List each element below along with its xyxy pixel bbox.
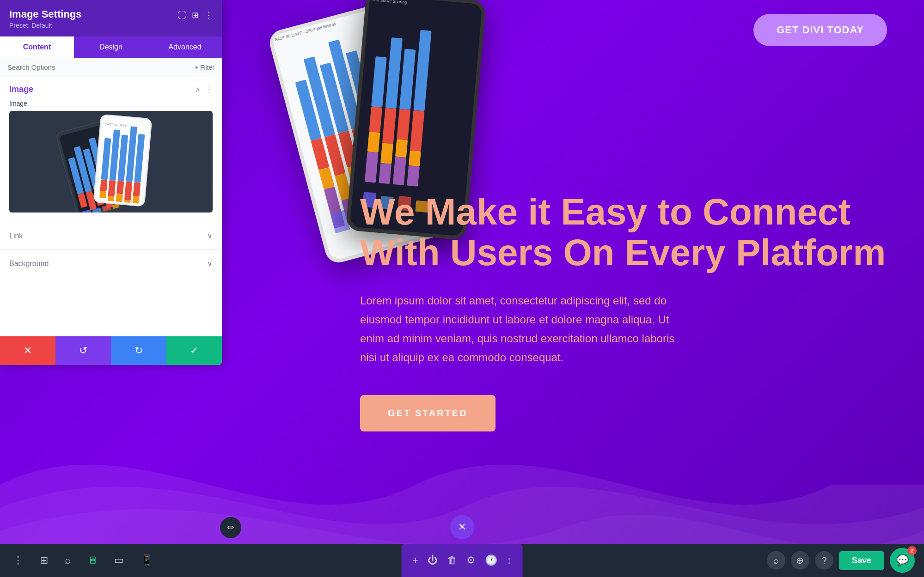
center-add-icon[interactable]: + <box>409 551 422 570</box>
svg-rect-70 <box>116 181 124 194</box>
panel-preset[interactable]: Preset: Default <box>9 22 81 29</box>
undo-button[interactable]: ↺ <box>55 336 111 365</box>
main-canvas: PAST 30 DAYS - 230 Total Shares <box>0 0 924 577</box>
help-icon[interactable]: ? <box>815 551 833 570</box>
circle-close-button[interactable]: ✕ <box>450 515 474 539</box>
panel-search: + Filter <box>0 58 222 77</box>
right-content: GET DIVI TODAY We Make it Easy to Connec… <box>323 0 924 577</box>
toolbar-grid-icon[interactable]: ⊞ <box>36 551 52 570</box>
background-label: Background <box>9 260 49 268</box>
panel-actions: ✕ ↺ ↻ ✓ <box>0 336 222 365</box>
panel-header: Image Settings Preset: Default ⛶ ⊞ ⋮ <box>0 0 222 36</box>
more-options-icon[interactable]: ⋮ <box>204 10 213 20</box>
background-chevron-icon: ∨ <box>207 259 213 268</box>
collapse-icon[interactable]: ∧ <box>195 85 201 94</box>
panel-tabs: Content Design Advanced <box>0 36 222 58</box>
svg-rect-76 <box>133 182 141 197</box>
center-trash-icon[interactable]: 🗑 <box>443 551 461 570</box>
svg-rect-77 <box>132 196 139 203</box>
image-field-label: Image <box>0 100 222 111</box>
center-sort-icon[interactable]: ↕ <box>503 551 515 570</box>
panel-header-icons: ⛶ ⊞ ⋮ <box>178 10 213 20</box>
main-heading: We Make it Easy to Connect With Users On… <box>360 192 887 273</box>
body-text: Lorem ipsum dolor sit amet, consectetur … <box>360 292 684 367</box>
link-chevron-icon: ∨ <box>207 231 213 240</box>
chat-button[interactable]: 💬 2 <box>890 548 915 573</box>
panel-title: Image Settings <box>9 8 81 20</box>
toolbar-search-icon[interactable]: ⌕ <box>61 551 74 570</box>
svg-rect-64 <box>100 179 107 191</box>
floating-pen-button[interactable]: ✏ <box>220 517 241 538</box>
image-section-header: Image ∧ ⋮ <box>0 77 222 100</box>
section-more-icon[interactable]: ⋮ <box>205 85 213 94</box>
redo-button[interactable]: ↻ <box>111 336 166 365</box>
toolbar-menu-icon[interactable]: ⋮ <box>9 551 27 570</box>
bottom-toolbar: ⋮ ⊞ ⌕ 🖥 ▭ 📱 + ⏻ 🗑 ⚙ 🕐 ↕ ⌕ ⊕ ? Save 💬 2 <box>0 544 924 577</box>
center-history-icon[interactable]: 🕐 <box>481 551 501 570</box>
cancel-button[interactable]: ✕ <box>0 336 55 365</box>
filter-button[interactable]: + Filter <box>195 64 214 71</box>
cta-top-button[interactable]: GET DIVI TODAY <box>753 14 887 46</box>
center-settings-icon[interactable]: ⚙ <box>463 551 479 570</box>
layers-icon[interactable]: ⊕ <box>791 551 809 570</box>
tab-advanced[interactable]: Advanced <box>148 36 222 58</box>
link-label: Link <box>9 232 23 240</box>
image-section-title: Image <box>9 85 33 94</box>
confirm-button[interactable]: ✓ <box>166 336 222 365</box>
chat-badge: 2 <box>907 546 917 555</box>
settings-panel: Image Settings Preset: Default ⛶ ⊞ ⋮ Con… <box>0 0 222 365</box>
fullscreen-icon[interactable]: ⛶ <box>178 11 186 20</box>
section-icons: ∧ ⋮ <box>195 85 213 94</box>
panel-title-area: Image Settings Preset: Default <box>9 8 81 29</box>
svg-rect-71 <box>116 194 123 202</box>
tab-design[interactable]: Design <box>74 36 148 58</box>
search-input[interactable] <box>7 63 195 71</box>
search-icon-right[interactable]: ⌕ <box>767 551 785 570</box>
tab-content[interactable]: Content <box>0 36 74 58</box>
image-preview[interactable]: PAST 30 DAYS <box>9 111 213 213</box>
svg-rect-68 <box>108 196 115 201</box>
panel-content: Image ∧ ⋮ Image <box>0 77 222 336</box>
svg-rect-65 <box>99 191 106 198</box>
link-section[interactable]: Link ∨ <box>0 222 222 249</box>
save-button[interactable]: Save <box>839 551 884 570</box>
toolbar-mobile-icon[interactable]: 📱 <box>137 551 157 570</box>
get-started-button[interactable]: GET STARTED <box>360 395 496 431</box>
center-power-icon[interactable]: ⏻ <box>424 551 441 570</box>
toolbar-tablet-icon[interactable]: ▭ <box>110 551 128 570</box>
columns-icon[interactable]: ⊞ <box>192 10 199 20</box>
toolbar-desktop-icon[interactable]: 🖥 <box>84 551 101 570</box>
background-section[interactable]: Background ∨ <box>0 249 222 277</box>
